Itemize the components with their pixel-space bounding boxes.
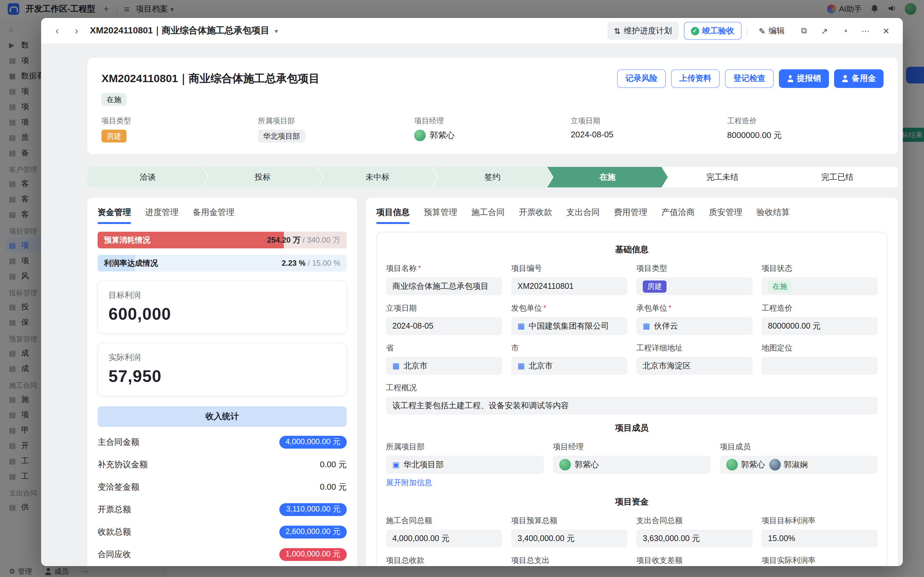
register-inspection-button[interactable]: 登记检查 xyxy=(725,69,774,88)
field-total-paid: 项目总支出 2,542,050.00 元 xyxy=(511,555,627,566)
field-budget-total: 项目预算总额 3,400,000.00 元 xyxy=(511,516,627,548)
province-input[interactable]: ▦北京市 xyxy=(386,357,502,375)
tab-cost-management[interactable]: 费用管理 xyxy=(614,207,647,224)
budget-total-input[interactable]: 3,400,000.00 元 xyxy=(511,530,627,548)
step-negotiation[interactable]: 洽谈 xyxy=(87,167,208,187)
field-actual-profit-rate: 项目实际利润率 2.23% xyxy=(761,555,878,566)
field-map-location: 地图定位 xyxy=(761,343,878,375)
pencil-icon: ✎ xyxy=(759,26,765,35)
field-start-date: 立项日期 2024-08-05 xyxy=(386,303,502,335)
field-project-cost: 工程造价 8000000.00 元 xyxy=(727,116,884,142)
tab-output-negotiation[interactable]: 产值洽商 xyxy=(661,207,695,224)
project-info-panel: 项目信息 预算管理 施工合同 开票收款 支出合同 费用管理 产值洽商 质安管理 … xyxy=(366,198,898,566)
project-type-input[interactable]: 房建 xyxy=(636,277,753,295)
close-icon[interactable]: ✕ xyxy=(879,23,894,39)
field-project-members: 项目成员 郭紫心 郭淑娴 xyxy=(720,442,878,488)
tab-acceptance-settlement[interactable]: 验收结算 xyxy=(756,207,790,224)
field-project-name: 项目名称* 商业综合体施工总承包项目 xyxy=(386,263,502,295)
tab-expense-contract[interactable]: 支出合同 xyxy=(566,207,600,224)
tab-construction-contract[interactable]: 施工合同 xyxy=(471,207,505,224)
header-fields: 项目类型 房建 所属项目部 华北项目部 项目经理 郭紫心 立项日期 2024-0… xyxy=(102,116,884,142)
header-actions: 记录风险 上传资料 登记检查 提报销 备用金 xyxy=(617,69,884,88)
step-not-won[interactable]: 未中标 xyxy=(317,167,438,187)
field-project-manager: 项目经理 郭紫心 xyxy=(553,442,711,488)
required-asterisk: * xyxy=(543,304,546,313)
target-profit-rate-input[interactable]: 15.00% xyxy=(761,530,878,548)
maintain-schedule-button[interactable]: ⇅维护进度计划 xyxy=(608,22,678,40)
city-input[interactable]: ▦北京市 xyxy=(511,357,627,375)
petty-cash-button[interactable]: 备用金 xyxy=(834,69,884,88)
stage-stepper: 洽谈 投标 未中标 签约 在施 完工未结 完工已结 xyxy=(87,167,898,187)
record-title: XM2024110801｜商业综合体施工总承包项目 xyxy=(90,25,270,37)
target-profit-value: 600,000 xyxy=(108,304,336,324)
actual-profit-card: 实际利润 57,950 xyxy=(98,343,347,396)
tab-fund-management[interactable]: 资金管理 xyxy=(98,207,131,224)
completion-acceptance-button[interactable]: ✓竣工验收 xyxy=(684,22,741,40)
project-type-tag: 房建 xyxy=(643,280,666,292)
project-overview-input[interactable]: 该工程主要包括土建工程、设备安装和调试等内容 xyxy=(386,396,878,414)
project-members-input[interactable]: 郭紫心 郭淑娴 xyxy=(720,456,878,474)
step-done-settled[interactable]: 完工已结 xyxy=(777,167,898,187)
share-icon[interactable]: ↗ xyxy=(817,23,832,39)
field-project-manager: 项目经理 郭紫心 xyxy=(414,116,571,142)
history-icon[interactable]: ◔ xyxy=(837,23,853,39)
upload-material-button[interactable]: 上传资料 xyxy=(671,69,720,88)
finance-tabs: 资金管理 进度管理 备用金管理 xyxy=(98,207,347,224)
chevron-down-icon[interactable]: ▾ xyxy=(275,27,278,34)
tab-quality-safety[interactable]: 质安管理 xyxy=(709,207,742,224)
step-bidding[interactable]: 投标 xyxy=(202,167,323,187)
tab-petty-cash-management[interactable]: 备用金管理 xyxy=(193,207,234,224)
contract-total-input[interactable]: 4,000,000.00 元 xyxy=(386,530,502,548)
project-status-input[interactable]: 在施 xyxy=(761,277,878,295)
field-project-overview: 工程概况 该工程主要包括土建工程、设备安装和调试等内容 xyxy=(386,382,878,414)
income-stats-button[interactable]: 收入统计 xyxy=(98,406,347,427)
field-target-profit-rate: 项目目标利润率 15.00% xyxy=(761,516,878,548)
department-tag: 华北项目部 xyxy=(258,130,305,142)
project-name-input[interactable]: 商业综合体施工总承包项目 xyxy=(386,277,502,295)
more-icon[interactable]: ⋯ xyxy=(858,23,873,39)
field-balance: 项目收支差额 57,950.00 元 xyxy=(636,555,753,566)
step-done-unsettled[interactable]: 完工未结 xyxy=(662,167,783,187)
building-icon: ▦ xyxy=(643,322,650,330)
record-risk-button[interactable]: 记录风险 xyxy=(617,69,666,88)
tab-budget[interactable]: 预算管理 xyxy=(424,207,457,224)
tab-project-info[interactable]: 项目信息 xyxy=(376,207,410,224)
department-input[interactable]: ▣华北项目部 xyxy=(386,456,544,474)
copy-icon[interactable]: ⧉ xyxy=(796,23,812,39)
project-manager-input[interactable]: 郭紫心 xyxy=(553,456,711,474)
amount-pill: 2,600,000.00 元 xyxy=(279,525,347,538)
owner-company-input[interactable]: ▦中国建筑集团有限公司 xyxy=(511,317,627,335)
address-input[interactable]: 北京市海淀区 xyxy=(636,357,753,375)
actual-profit-value: 57,950 xyxy=(108,366,336,386)
expand-extra-info-link[interactable]: 展开附加信息 xyxy=(386,477,544,488)
tab-progress-management[interactable]: 进度管理 xyxy=(145,207,179,224)
avatar xyxy=(726,459,738,471)
project-cost-input[interactable]: 8000000.00 元 xyxy=(761,317,878,335)
status-badge: 在施 xyxy=(102,93,126,106)
section-project-funds: 项目资金 xyxy=(386,496,878,508)
section-project-members: 项目成员 xyxy=(386,422,878,434)
target-profit-card: 目标利润 600,000 xyxy=(98,280,347,334)
prev-record-button[interactable]: ‹ xyxy=(50,24,64,38)
edit-button[interactable]: ✎编辑 xyxy=(752,22,791,40)
expense-contract-total-input[interactable]: 3,630,000.00 元 xyxy=(636,530,753,548)
amount-pill: 4,000,000.00 元 xyxy=(279,435,347,448)
amount-pill: 3,110,000.00 元 xyxy=(280,503,347,516)
required-asterisk: * xyxy=(668,304,671,313)
amount-rows: 主合同金额4,000,000.00 元 补充协议金额0.00 元 变洽签金额0.… xyxy=(98,431,347,566)
contractor-company-input[interactable]: ▦伙伴云 xyxy=(636,317,753,335)
step-signed[interactable]: 签约 xyxy=(432,167,553,187)
start-date-input[interactable]: 2024-08-05 xyxy=(386,317,502,335)
next-record-button[interactable]: › xyxy=(69,24,84,38)
tab-invoice-receipt[interactable]: 开票收款 xyxy=(519,207,552,224)
project-type-tag: 房建 xyxy=(102,130,126,142)
row-supplement: 补充协议金额0.00 元 xyxy=(98,453,347,475)
step-in-construction[interactable]: 在施 xyxy=(547,167,668,187)
row-main-contract: 主合同金额4,000,000.00 元 xyxy=(98,431,347,453)
map-location-input[interactable] xyxy=(761,357,878,375)
region-grid-icon: ▦ xyxy=(518,361,525,370)
project-code-input[interactable]: XM2024110801 xyxy=(511,277,627,295)
folder-icon: ▣ xyxy=(392,460,400,469)
row-change-sign: 变洽签金额0.00 元 xyxy=(98,475,347,498)
submit-expense-button[interactable]: 提报销 xyxy=(779,69,829,88)
